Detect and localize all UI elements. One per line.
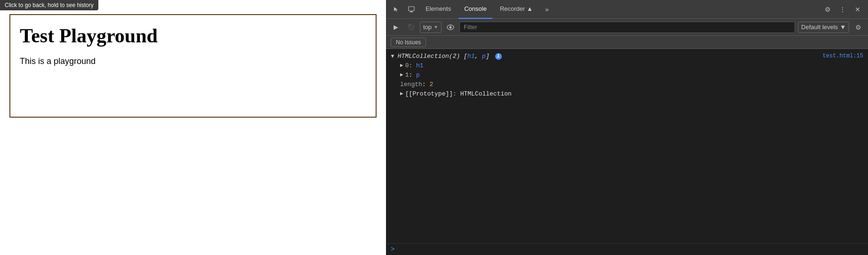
cursor-icon[interactable] bbox=[390, 3, 403, 16]
run-script-icon[interactable]: ▶ bbox=[390, 21, 402, 33]
browser-panel: Click to go back, hold to see history Te… bbox=[0, 0, 386, 255]
page-content: Test Playground This is a playground bbox=[9, 14, 377, 118]
collection-prototype: ▶ [[Prototype]] : HTMLCollection bbox=[386, 89, 868, 99]
live-expressions-icon[interactable] bbox=[444, 21, 457, 33]
page-body: This is a playground bbox=[20, 56, 366, 66]
expand-item0-arrow[interactable]: ▶ bbox=[400, 62, 403, 69]
no-issues-button[interactable]: No Issues bbox=[391, 38, 426, 47]
issues-bar: No Issues bbox=[386, 36, 868, 49]
tab-console[interactable]: Console bbox=[458, 0, 492, 19]
info-icon[interactable]: i bbox=[495, 53, 502, 60]
collection-item-1: ▶ 1: p bbox=[386, 71, 868, 80]
svg-rect-1 bbox=[410, 11, 413, 12]
collection-length: length : 2 bbox=[386, 80, 868, 89]
console-entry-html-collection: ▶ HTMLCollection(2) [h1, p] i test.html:… bbox=[386, 52, 868, 61]
chevron-down-icon: ▼ bbox=[434, 24, 438, 30]
svg-point-3 bbox=[449, 26, 451, 28]
settings-gear-icon[interactable]: ⚙ bbox=[821, 3, 834, 16]
console-bar: ▶ ⚫ top ▼ Default levels ▼ ⚙ bbox=[386, 19, 868, 36]
log-levels-selector[interactable]: Default levels ▼ bbox=[798, 22, 849, 33]
prompt-symbol: > bbox=[391, 246, 394, 253]
more-tabs-button[interactable]: » bbox=[540, 3, 554, 16]
devtools-tab-bar: Elements Console Recorder ▲ » ⚙ ⋮ ✕ bbox=[386, 0, 868, 19]
chevron-down-icon: ▼ bbox=[840, 24, 846, 31]
tab-elements[interactable]: Elements bbox=[420, 0, 457, 19]
console-filter-input[interactable] bbox=[459, 22, 795, 33]
console-prompt[interactable]: > bbox=[386, 243, 868, 255]
html-collection-label: HTMLCollection(2) [h1, p] i bbox=[398, 53, 502, 60]
page-title: Test Playground bbox=[20, 24, 366, 47]
back-tooltip: Click to go back, hold to see history bbox=[0, 0, 98, 10]
console-output: ▶ HTMLCollection(2) [h1, p] i test.html:… bbox=[386, 49, 868, 243]
expand-arrow[interactable]: ▶ bbox=[389, 55, 396, 58]
inspect-icon[interactable] bbox=[405, 3, 418, 16]
tab-recorder[interactable]: Recorder ▲ bbox=[494, 0, 538, 19]
expand-proto-arrow[interactable]: ▶ bbox=[400, 90, 403, 97]
devtools-panel: Elements Console Recorder ▲ » ⚙ ⋮ ✕ bbox=[386, 0, 868, 255]
close-devtools-button[interactable]: ✕ bbox=[851, 3, 864, 16]
expand-item1-arrow[interactable]: ▶ bbox=[400, 72, 403, 79]
collection-item-0: ▶ 0: h1 bbox=[386, 61, 868, 71]
svg-rect-0 bbox=[409, 7, 414, 11]
clear-console-icon[interactable]: ⚫ bbox=[405, 21, 417, 33]
console-settings-icon[interactable]: ⚙ bbox=[852, 21, 864, 33]
context-selector[interactable]: top ▼ bbox=[420, 22, 442, 33]
more-options-icon[interactable]: ⋮ bbox=[836, 3, 849, 16]
source-link[interactable]: test.html:15 bbox=[823, 53, 863, 59]
